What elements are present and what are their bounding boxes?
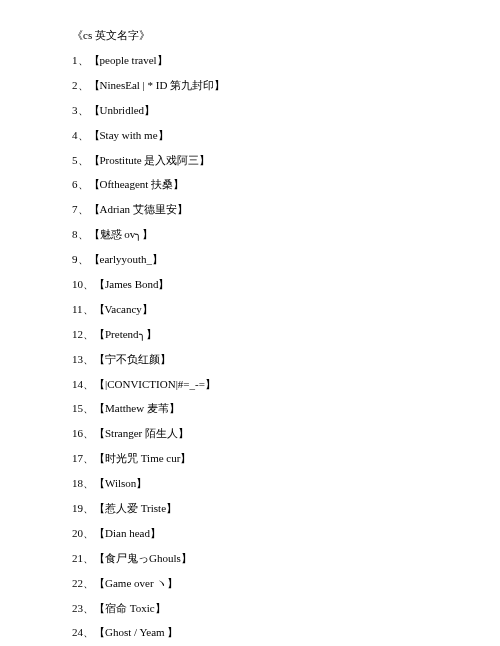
list-item: 20、【Dian head】 [72, 526, 500, 540]
list-item: 13、【宁不负红颜】 [72, 352, 500, 366]
list-item: 5、【Prostitute 是入戏阿三】 [72, 153, 500, 167]
list-item: 3、【Unbridled】 [72, 103, 500, 117]
list-item: 17、【时光咒 Time cur】 [72, 451, 500, 465]
list-item: 18、【Wilson】 [72, 476, 500, 490]
list-item: 8、【魅惑 ov╮】 [72, 227, 500, 241]
list-item: 16、【Stranger 陌生人】 [72, 426, 500, 440]
list-item: 2、【NinesEal | * ID 第九封印】 [72, 78, 500, 92]
list-item: 19、【惹人爱 Triste】 [72, 501, 500, 515]
list-item: 1、【people travel】 [72, 53, 500, 67]
list-item: 12、【Pretend╮】 [72, 327, 500, 341]
list-item: 6、【Oftheagent 扶桑】 [72, 177, 500, 191]
list-item: 11、【Vacancy】 [72, 302, 500, 316]
list-item: 14、【|CONVICTION|#=_-=】 [72, 377, 500, 391]
list-item: 24、【Ghost / Yeam 】 [72, 625, 500, 639]
list-item: 22、【Game over ヽ】 [72, 576, 500, 590]
list-item: 15、【Matthew 麦苇】 [72, 401, 500, 415]
list-item: 23、【宿命 Toxic】 [72, 601, 500, 615]
list-item: 7、【Adrian 艾德里安】 [72, 202, 500, 216]
list-item: 21、【食尸鬼っGhouls】 [72, 551, 500, 565]
list-item: 9、【earlyyouth_】 [72, 252, 500, 266]
document-title: 《cs 英文名字》 [72, 28, 500, 43]
list-item: 4、【Stay with me】 [72, 128, 500, 142]
list-item: 10、【James Bond】 [72, 277, 500, 291]
